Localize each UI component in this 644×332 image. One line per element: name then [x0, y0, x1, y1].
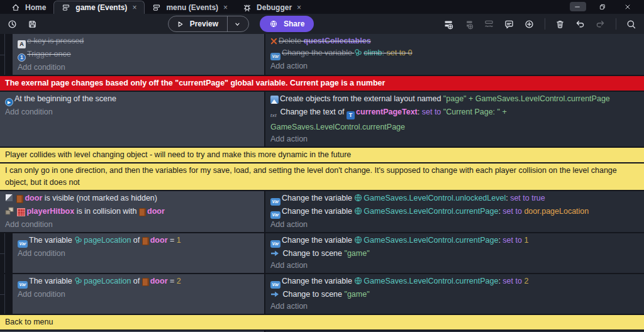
chevron-down-icon	[233, 20, 242, 28]
preview-button[interactable]: Preview	[168, 16, 249, 32]
door-sprite-icon	[16, 194, 23, 206]
action-line[interactable]: Change to scene "game"	[270, 248, 640, 260]
tab-label: Home	[25, 3, 46, 12]
conditions-panel[interactable]: Ae key is pressed1Trigger onceAdd condit…	[13, 34, 264, 75]
events-sheet-icon	[62, 3, 70, 12]
events-sheet-icon	[152, 3, 161, 12]
add-event-button[interactable]	[441, 16, 457, 31]
add-subevent-icon	[464, 19, 474, 30]
add-condition-link[interactable]: Add condition	[5, 219, 260, 231]
door-sprite-icon	[142, 277, 149, 289]
trash-button[interactable]	[553, 16, 568, 31]
add-condition-link[interactable]: Add condition	[18, 62, 260, 74]
action-line[interactable]: txt Change the text of TcurrentPageText:…	[270, 106, 640, 133]
actions-panel[interactable]: Delete questCollectablesVarChange the va…	[265, 34, 644, 75]
action-line[interactable]: Delete questCollectables	[270, 35, 640, 47]
action-line[interactable]: VarChange the variable climb: set to 0	[270, 47, 640, 60]
actions-panel[interactable]: VarChange the variable GameSaves.LevelCo…	[265, 274, 644, 314]
text-object-icon: T	[347, 108, 355, 119]
comment-button[interactable]	[502, 16, 517, 31]
object-variable-icon	[74, 236, 82, 244]
condition-line[interactable]: 1Trigger once	[18, 48, 260, 62]
comment-yellow[interactable]: I can only go in one direction, and then…	[0, 163, 644, 190]
tab-debugger[interactable]: Debugger×	[235, 1, 309, 14]
preview-dropdown-button[interactable]	[228, 20, 248, 28]
condition-line[interactable]: door is visible (not marked as hidden)	[5, 192, 260, 206]
actions-panel[interactable]: Create objects from the external layout …	[265, 92, 644, 147]
create-object-icon	[270, 94, 279, 106]
action-line[interactable]: VarChange the variable GameSaves.LevelCo…	[270, 192, 640, 206]
event: ▶At the beginning of the sceneAdd condit…	[0, 92, 644, 147]
event-indent-gutter	[0, 233, 13, 273]
comment-red[interactable]: The exernal page changes based only off …	[0, 76, 644, 91]
close-window-icon	[624, 3, 631, 11]
add-subevent-button[interactable]	[462, 16, 477, 31]
variable-icon: Var	[270, 277, 280, 289]
close-button[interactable]	[620, 2, 636, 11]
visibility-icon	[5, 194, 13, 202]
condition-line[interactable]: playerHitbox is in collision with door	[5, 206, 260, 219]
global-variable-icon	[354, 194, 362, 202]
door-sprite-icon	[139, 207, 146, 219]
close-icon[interactable]: ×	[132, 3, 136, 12]
conditions-panel[interactable]: VarThe variable pageLocation of door = 2…	[13, 274, 264, 314]
delete-icon	[270, 38, 277, 45]
restore-button[interactable]	[595, 2, 611, 11]
conditions-panel[interactable]: ▶At the beginning of the sceneAdd condit…	[0, 92, 264, 147]
add-condition-link[interactable]: Add condition	[5, 106, 260, 118]
add-condition-link[interactable]: Add condition	[18, 248, 260, 260]
close-icon[interactable]: ×	[297, 3, 301, 12]
actions-panel[interactable]: VarChange the variable GameSaves.LevelCo…	[265, 191, 644, 232]
undo-button[interactable]	[573, 16, 588, 31]
add-action-link[interactable]: Add action	[270, 260, 640, 272]
action-line[interactable]: Change to scene "game"	[270, 289, 640, 301]
add-action-link[interactable]: Add action	[270, 219, 640, 231]
action-line[interactable]: VarChange the variable GameSaves.LevelCo…	[270, 235, 640, 248]
minimize-button[interactable]	[570, 2, 586, 11]
comment-yellow[interactable]: Player collides with level changing obje…	[0, 148, 644, 162]
conditions-panel[interactable]: VarThe variable pageLocation of door = 1…	[13, 233, 264, 273]
redo-icon	[595, 19, 606, 30]
add-circle-button[interactable]	[522, 16, 537, 31]
close-icon[interactable]: ×	[223, 3, 228, 12]
add-action-link[interactable]: Add action	[270, 60, 640, 72]
debugger-icon	[243, 3, 252, 12]
actions-panel[interactable]: VarChange the variable GameSaves.LevelCo…	[265, 233, 644, 273]
comment-yellow[interactable]: Back to menu	[0, 315, 644, 329]
toolbar-divider	[545, 18, 545, 30]
gdevelop-window: Homegame (Events)×menu (Events)×Debugger…	[0, 0, 644, 332]
add-action-link[interactable]: Add action	[270, 301, 640, 313]
add-condition-link[interactable]: Add condition	[18, 289, 260, 301]
sub-event: VarThe variable pageLocation of door = 1…	[0, 233, 644, 273]
condition-line[interactable]: ▶At the beginning of the scene	[5, 93, 260, 106]
event-indent-gutter	[0, 34, 13, 75]
tab-label: Debugger	[257, 3, 292, 12]
history-button[interactable]	[5, 16, 20, 31]
tab-game-events[interactable]: game (Events)×	[53, 1, 145, 14]
action-line[interactable]: VarChange the variable GameSaves.LevelCo…	[270, 275, 640, 289]
action-line[interactable]: VarChange the variable GameSaves.LevelCo…	[270, 206, 640, 219]
preview-button-label: Preview	[190, 19, 218, 28]
toolbar-divider	[616, 18, 616, 30]
add-extension-event-button[interactable]	[482, 16, 497, 31]
scene-change-icon	[270, 290, 279, 298]
action-line[interactable]: Create objects from the external layout …	[270, 93, 640, 106]
undo-icon	[575, 19, 586, 30]
condition-line[interactable]: VarThe variable pageLocation of door = 1	[18, 235, 260, 248]
redo-button[interactable]	[593, 16, 608, 31]
conditions-panel[interactable]: door is visible (not marked as hidden) p…	[0, 191, 264, 232]
search-button[interactable]	[624, 16, 639, 31]
share-button[interactable]: Share	[260, 16, 314, 32]
condition-line[interactable]: VarThe variable pageLocation of door = 2	[18, 275, 260, 289]
global-variable-icon	[354, 236, 362, 244]
tab-home[interactable]: Home	[4, 1, 53, 14]
collision-icon	[5, 207, 14, 215]
event: Ae key is pressed1Trigger onceAdd condit…	[0, 34, 644, 75]
add-event-icon	[443, 19, 454, 30]
add-action-link[interactable]: Add action	[270, 133, 640, 145]
tab-menu-events[interactable]: menu (Events)×	[145, 1, 235, 14]
condition-line[interactable]: Ae key is pressed	[18, 35, 260, 48]
text-action-icon: txt	[270, 108, 277, 121]
save-button[interactable]	[25, 16, 40, 31]
door-sprite-icon	[142, 236, 149, 248]
